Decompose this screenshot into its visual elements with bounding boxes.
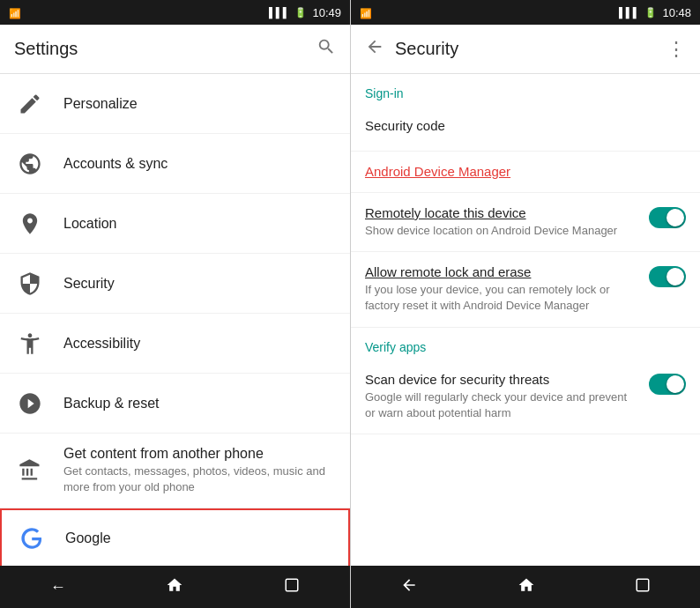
left-wifi-icon: 📶 (9, 8, 21, 19)
remote-lock-erase-subtitle: If you lose your device, you can remotel… (365, 282, 638, 314)
security-list: Sign-in Security code Android Device Man… (351, 74, 700, 566)
right-back-button[interactable] (383, 569, 436, 605)
get-content-subtitle: Get contacts, messages, photos, videos, … (63, 463, 336, 495)
right-status-bar: 📶 ▌▌▌ 🔋 10:48 (351, 0, 700, 25)
left-home-button[interactable] (148, 569, 201, 605)
accounts-title: Accounts & sync (63, 156, 336, 172)
google-icon (16, 523, 48, 554)
security-code-item[interactable]: Security code (351, 106, 700, 152)
verify-apps-header: Verify apps (351, 328, 700, 360)
settings-title: Settings (14, 39, 316, 59)
right-home-button[interactable] (500, 569, 553, 605)
remotely-locate-toggle[interactable] (649, 207, 686, 228)
settings-item-backup[interactable]: Backup & reset (0, 374, 350, 434)
accounts-icon (14, 148, 46, 180)
svg-rect-1 (637, 579, 649, 591)
left-time: 10:49 (312, 6, 341, 19)
android-device-manager-row: Android Device Manager (351, 152, 700, 193)
location-title: Location (63, 216, 336, 232)
settings-item-accessibility[interactable]: Accessibility (0, 314, 350, 374)
search-icon[interactable] (316, 37, 336, 61)
right-recents-button[interactable] (617, 570, 668, 604)
personalize-icon (14, 88, 46, 120)
left-back-button[interactable]: ← (33, 571, 84, 604)
right-battery-icon: 🔋 (644, 7, 657, 19)
location-icon (14, 208, 46, 240)
right-signal-icon: ▌▌▌ (619, 7, 639, 18)
settings-item-location[interactable]: Location (0, 194, 350, 254)
android-device-manager-link[interactable]: Android Device Manager (365, 164, 510, 179)
settings-item-security[interactable]: Security (0, 254, 350, 314)
settings-item-google[interactable]: Google (0, 508, 350, 566)
more-options-button[interactable]: ⋮ (659, 31, 693, 68)
security-back-button[interactable] (354, 30, 395, 69)
scan-device-item[interactable]: Scan device for security threats Google … (351, 360, 700, 434)
right-time: 10:48 (662, 6, 691, 19)
remotely-locate-title: Remotely locate this device (365, 205, 638, 220)
left-status-bar: 📶 ▌▌▌ 🔋 10:49 (0, 0, 350, 25)
remotely-locate-subtitle: Show device location on Android Device M… (365, 223, 638, 239)
backup-icon (14, 388, 46, 419)
backup-title: Backup & reset (63, 396, 336, 412)
settings-item-get-content[interactable]: Get content from another phone Get conta… (0, 434, 350, 508)
scan-device-title: Scan device for security threats (365, 372, 638, 387)
transfer-icon (14, 455, 46, 486)
left-panel: 📶 ▌▌▌ 🔋 10:49 Settings Personalize Ac (0, 0, 350, 608)
google-title: Google (65, 530, 334, 546)
scan-device-toggle[interactable] (649, 374, 686, 395)
remote-lock-erase-title: Allow remote lock and erase (365, 264, 638, 279)
accessibility-icon (14, 328, 46, 360)
get-content-title: Get content from another phone (63, 446, 336, 462)
remotely-locate-item[interactable]: Remotely locate this device Show device … (351, 193, 700, 252)
remote-lock-erase-toggle[interactable] (649, 266, 686, 287)
settings-item-accounts[interactable]: Accounts & sync (0, 134, 350, 194)
svg-rect-0 (286, 579, 298, 591)
settings-list: Personalize Accounts & sync Location (0, 74, 350, 566)
personalize-title: Personalize (63, 96, 336, 112)
accessibility-title: Accessibility (63, 336, 336, 352)
settings-item-personalize[interactable]: Personalize (0, 74, 350, 134)
left-battery-icon: 🔋 (294, 7, 307, 19)
left-signal-icon: ▌▌▌ (269, 7, 289, 18)
security-title: Security (63, 276, 336, 292)
left-bottom-nav: ← (0, 566, 350, 608)
right-panel: 📶 ▌▌▌ 🔋 10:48 Security ⋮ Sign-in Securit… (350, 0, 700, 608)
remote-lock-erase-item[interactable]: Allow remote lock and erase If you lose … (351, 252, 700, 327)
security-code-title: Security code (365, 118, 686, 133)
security-page-title: Security (395, 39, 659, 59)
right-app-bar: Security ⋮ (351, 25, 700, 74)
sign-in-header: Sign-in (351, 74, 700, 106)
security-icon (14, 268, 46, 300)
left-recents-button[interactable] (266, 570, 317, 604)
right-wifi-icon: 📶 (360, 8, 372, 19)
right-bottom-nav (351, 566, 700, 608)
left-app-bar: Settings (0, 25, 350, 74)
scan-device-subtitle: Google will regularly check your device … (365, 389, 638, 421)
